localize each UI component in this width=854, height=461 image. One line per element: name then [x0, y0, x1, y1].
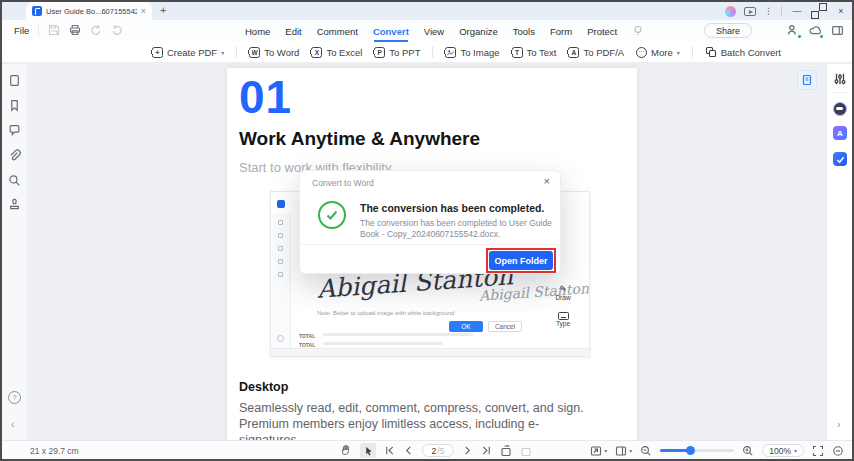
- to-text-button[interactable]: T To Text: [512, 47, 557, 58]
- print-icon[interactable]: [69, 24, 81, 36]
- zoom-in-icon[interactable]: [742, 445, 754, 457]
- undo-icon[interactable]: [90, 24, 102, 36]
- tips-bulb-icon[interactable]: [632, 25, 644, 37]
- menu-item-home[interactable]: Home: [245, 26, 270, 37]
- divider: [781, 6, 782, 16]
- type-label: Type: [556, 320, 570, 327]
- collapse-rail-icon[interactable]: ‹: [11, 419, 14, 430]
- zoom-out-icon[interactable]: [640, 445, 652, 457]
- account-avatar[interactable]: [725, 6, 736, 17]
- menu-item-comment[interactable]: Comment: [317, 26, 358, 37]
- help-icon[interactable]: ?: [8, 391, 21, 404]
- menu-item-view[interactable]: View: [424, 26, 444, 37]
- dialog-detail: The conversion has been completed to Use…: [360, 218, 554, 240]
- thumbnail-panel-icon[interactable]: [8, 74, 21, 87]
- to-ppt-button[interactable]: P To PPT: [374, 47, 420, 58]
- previous-page-icon[interactable]: [403, 445, 414, 456]
- bookmark-panel-icon[interactable]: [8, 99, 21, 112]
- table-row: [323, 342, 443, 345]
- zoom-slider-knob[interactable]: [686, 446, 695, 455]
- tab-title: User Guide Bo...607155542.pdf: [46, 7, 137, 16]
- tab-close-icon[interactable]: ×: [141, 7, 146, 16]
- page-number-input[interactable]: 2 /5: [422, 444, 454, 457]
- mini-icon: [278, 259, 283, 264]
- fullscreen-icon[interactable]: [812, 445, 824, 457]
- menu-item-edit[interactable]: Edit: [285, 26, 301, 37]
- save-icon[interactable]: [48, 24, 60, 36]
- sign-icon[interactable]: [833, 152, 847, 166]
- to-image-button[interactable]: To Image: [445, 47, 499, 58]
- page-navigation: 2 /5: [340, 441, 532, 460]
- rotate-left-icon[interactable]: [500, 445, 512, 457]
- comment-panel-icon[interactable]: [8, 124, 21, 137]
- zoom-controls: ▾ ▾ 100% ▾: [590, 441, 844, 460]
- toggle-toolbar-icon[interactable]: [831, 24, 844, 37]
- hand-tool-icon[interactable]: [340, 444, 352, 457]
- more-label: More: [651, 47, 673, 58]
- menu-item-organize[interactable]: Organize: [459, 26, 498, 37]
- ai-assistant-icon[interactable]: [833, 102, 847, 116]
- next-page-icon[interactable]: [462, 445, 473, 456]
- divider: [300, 244, 560, 245]
- page-view-icon: [615, 445, 627, 457]
- mini-icon: [278, 220, 283, 225]
- menu-file[interactable]: File: [14, 25, 29, 36]
- share-button[interactable]: Share: [704, 23, 752, 38]
- translate-icon[interactable]: A: [833, 126, 847, 140]
- mini-icon: [278, 246, 283, 251]
- last-page-icon[interactable]: [481, 445, 492, 456]
- menu-item-form[interactable]: Form: [550, 26, 572, 37]
- redo-icon[interactable]: [111, 24, 123, 36]
- video-tutorial-icon[interactable]: [744, 7, 756, 16]
- statusbar: 21 x 29.7 cm 2 /5 ▾ ▾: [2, 440, 852, 459]
- collapse-statusbar-icon[interactable]: [832, 445, 844, 457]
- search-icon[interactable]: [8, 174, 21, 187]
- batch-convert-button[interactable]: Batch Convert: [705, 46, 781, 58]
- create-pdf-button[interactable]: + Create PDF ▾: [152, 47, 224, 58]
- section-heading: Work Anytime & Anywhere: [239, 128, 480, 150]
- stamp-panel-icon[interactable]: [8, 198, 21, 211]
- more-menu-icon[interactable]: ⋮: [764, 6, 773, 16]
- page-scroll-widget-icon[interactable]: [797, 70, 817, 90]
- document-tab[interactable]: User Guide Bo...607155542.pdf ×: [26, 2, 152, 20]
- new-tab-button[interactable]: +: [160, 4, 166, 16]
- desktop-heading: Desktop: [239, 380, 288, 394]
- cloud-icon[interactable]: [809, 24, 822, 37]
- status-dot: [797, 34, 802, 39]
- collaborate-icon[interactable]: [787, 24, 800, 37]
- dialog-title: Convert to Word: [312, 178, 374, 188]
- section-number: 01: [239, 70, 292, 124]
- page-view-button[interactable]: ▾: [615, 445, 632, 457]
- text-icon: T: [512, 47, 523, 58]
- select-tool-button[interactable]: [360, 443, 376, 458]
- menu-item-protect[interactable]: Protect: [587, 26, 617, 37]
- create-pdf-icon: +: [152, 47, 163, 58]
- menubar: File Home Edit Comment Convert View Orga…: [2, 20, 852, 42]
- minimize-button[interactable]: —: [790, 6, 804, 16]
- mini-icon: [278, 233, 283, 238]
- pdfa-icon: A: [568, 47, 579, 58]
- expand-rail-icon[interactable]: ›: [837, 419, 840, 430]
- close-button[interactable]: ×: [834, 6, 848, 16]
- to-excel-button[interactable]: X To Excel: [311, 47, 362, 58]
- word-icon: W: [249, 47, 260, 58]
- to-pdfa-button[interactable]: A To PDF/A: [568, 47, 624, 58]
- rotate-right-icon[interactable]: [520, 445, 532, 457]
- more-button[interactable]: ⋯ More ▾: [636, 47, 680, 58]
- attachment-panel-icon[interactable]: [8, 149, 21, 162]
- adjustments-icon[interactable]: [833, 72, 847, 86]
- menu-item-tools[interactable]: Tools: [513, 26, 535, 37]
- dialog-close-icon[interactable]: ×: [544, 175, 550, 187]
- to-ppt-label: To PPT: [389, 47, 420, 58]
- right-panel-rail: A ›: [826, 64, 852, 440]
- to-word-button[interactable]: W To Word: [249, 47, 299, 58]
- menu-item-convert[interactable]: Convert: [373, 26, 409, 37]
- fit-mode-button[interactable]: ▾: [590, 445, 607, 457]
- zoom-slider[interactable]: [660, 449, 734, 452]
- divider: [692, 46, 693, 58]
- zoom-level: 100%: [769, 446, 791, 456]
- first-page-icon[interactable]: [384, 445, 395, 456]
- table-row-label: TOTAL: [299, 333, 315, 339]
- open-folder-button[interactable]: Open Folder: [489, 251, 553, 270]
- zoom-level-select[interactable]: 100% ▾: [762, 444, 804, 457]
